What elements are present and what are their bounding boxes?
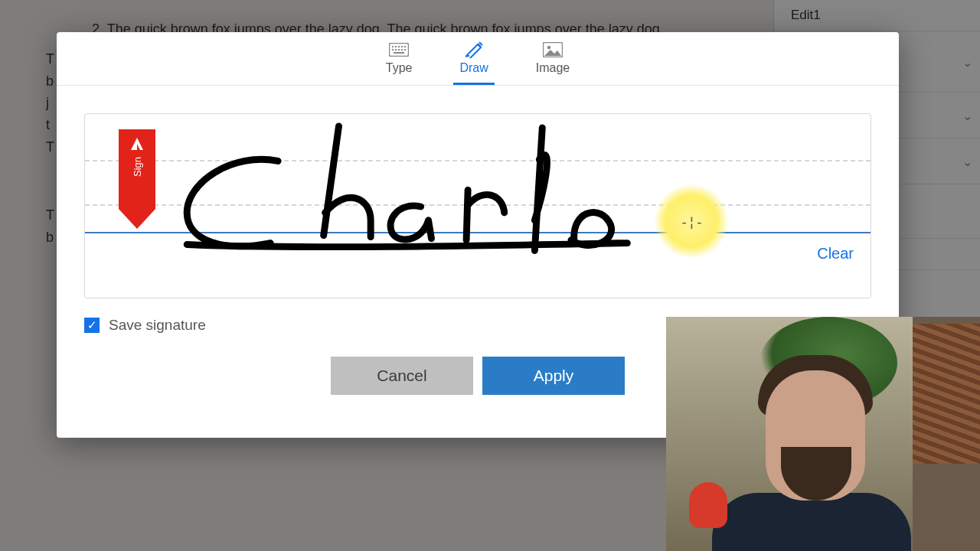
- save-signature-label: Save signature: [109, 317, 206, 334]
- crosshair-cursor-icon: -¦-: [680, 214, 703, 230]
- signature-input-tabs: Type Draw Image: [57, 32, 899, 86]
- svg-rect-5: [404, 46, 406, 47]
- image-icon: [543, 41, 563, 58]
- guideline: [85, 160, 871, 161]
- cancel-button[interactable]: Cancel: [331, 357, 473, 395]
- save-signature-checkbox[interactable]: ✓: [84, 318, 100, 333]
- svg-rect-9: [401, 49, 403, 51]
- adobe-tag-label: Sign: [132, 157, 143, 177]
- webcam-overlay: [666, 317, 980, 551]
- keyboard-icon: [389, 41, 409, 58]
- svg-rect-3: [398, 46, 400, 47]
- pen-draw-icon: [464, 41, 484, 58]
- svg-rect-7: [395, 49, 397, 51]
- svg-rect-4: [401, 46, 403, 47]
- svg-point-13: [547, 46, 550, 49]
- guideline: [85, 204, 871, 206]
- tab-image[interactable]: Image: [530, 41, 576, 85]
- svg-rect-8: [398, 49, 400, 51]
- apply-button[interactable]: Apply: [482, 357, 625, 395]
- signature-stroke: [85, 114, 871, 298]
- webcam-feed: [666, 317, 913, 551]
- tab-label: Image: [536, 61, 570, 75]
- tab-draw[interactable]: Draw: [453, 41, 494, 85]
- signature-draw-area[interactable]: Sign: [84, 113, 871, 298]
- adobe-sign-tag-icon: Sign: [119, 129, 155, 229]
- svg-rect-6: [392, 49, 394, 51]
- svg-rect-1: [392, 46, 394, 47]
- svg-rect-11: [394, 52, 404, 54]
- cursor-highlight: -¦-: [655, 184, 728, 258]
- tab-type[interactable]: Type: [380, 41, 419, 85]
- tab-label: Type: [386, 61, 413, 75]
- clear-signature-link[interactable]: Clear: [817, 245, 854, 262]
- svg-rect-2: [395, 46, 397, 47]
- tab-label: Draw: [459, 61, 488, 75]
- webcam-side-panel: [913, 317, 980, 551]
- svg-rect-10: [404, 49, 406, 51]
- signature-baseline: [85, 232, 871, 233]
